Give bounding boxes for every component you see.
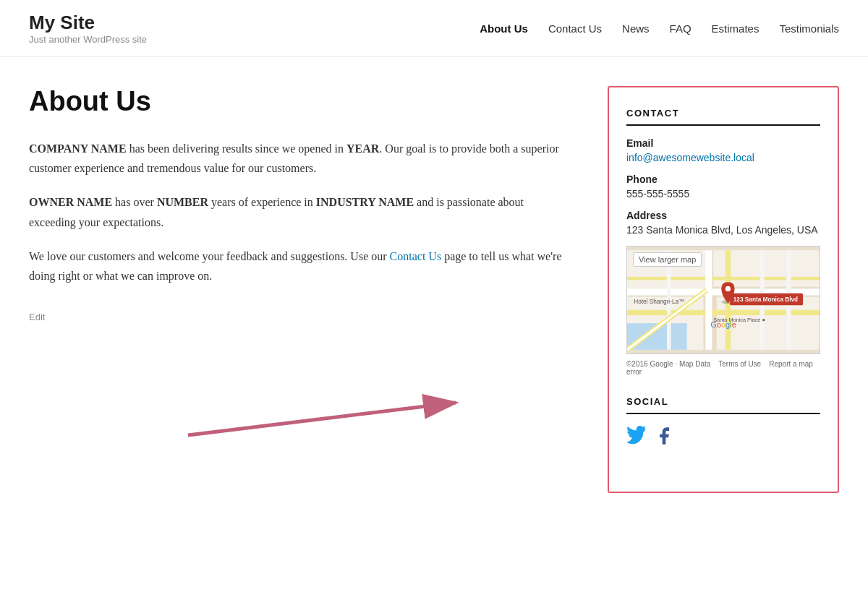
- edit-link[interactable]: Edit: [29, 312, 45, 322]
- content-area: About Us COMPANY NAME has been deliverin…: [29, 86, 579, 493]
- address-value: 123 Santa Monica Blvd, Los Angeles, USA: [626, 224, 820, 236]
- nav-item-news[interactable]: News: [622, 22, 650, 35]
- arrow-container: [174, 392, 477, 450]
- contact-us-link[interactable]: Contact Us: [390, 250, 442, 262]
- sidebar: CONTACT Email info@awesomewebsite.local …: [608, 86, 839, 493]
- twitter-icon[interactable]: [626, 426, 647, 451]
- svg-rect-11: [705, 250, 712, 350]
- social-icons: [626, 426, 820, 451]
- nav-item-contact-us[interactable]: Contact Us: [548, 22, 602, 35]
- sidebar-social-section: SOCIAL: [626, 396, 820, 451]
- view-larger-map-button[interactable]: View larger map: [633, 252, 702, 267]
- svg-text:Hotel Shangri-La™: Hotel Shangri-La™: [634, 299, 684, 305]
- facebook-icon[interactable]: [654, 426, 674, 451]
- map-footer: ©2016 Google · Map Data Terms of Use Rep…: [626, 360, 820, 376]
- site-branding: My Site Just another WordPress site: [29, 12, 147, 45]
- site-header: My Site Just another WordPress site Abou…: [0, 0, 868, 57]
- site-title: My Site: [29, 12, 147, 34]
- content-para-3: We love our customers and welcome your f…: [29, 247, 564, 286]
- site-nav: About Us Contact Us News FAQ Estimates T…: [480, 22, 839, 35]
- nav-item-faq[interactable]: FAQ: [670, 22, 692, 35]
- svg-text:123 Santa Monica Blvd: 123 Santa Monica Blvd: [733, 296, 798, 303]
- svg-line-1: [188, 403, 456, 435]
- content-para-2: OWNER NAME has over NUMBER years of expe…: [29, 192, 564, 231]
- nav-item-estimates[interactable]: Estimates: [712, 22, 760, 35]
- email-link[interactable]: info@awesomewebsite.local: [626, 152, 754, 163]
- svg-point-20: [726, 286, 731, 291]
- email-value: info@awesomewebsite.local: [626, 152, 820, 163]
- google-logo: Google: [710, 320, 736, 329]
- social-section-title: SOCIAL: [626, 396, 820, 414]
- site-tagline: Just another WordPress site: [29, 34, 147, 45]
- page-title: About Us: [29, 86, 564, 117]
- sidebar-contact-section: CONTACT Email info@awesomewebsite.local …: [626, 108, 820, 376]
- nav-item-testimonials[interactable]: Testimonials: [779, 22, 839, 35]
- address-label: Address: [626, 210, 820, 221]
- content-para-1: COMPANY NAME has been delivering results…: [29, 139, 564, 178]
- nav-item-about-us[interactable]: About Us: [480, 22, 528, 35]
- contact-section-title: CONTACT: [626, 108, 820, 126]
- main-wrapper: About Us COMPANY NAME has been deliverin…: [0, 57, 868, 522]
- arrow-icon: [174, 392, 477, 450]
- phone-label: Phone: [626, 173, 820, 185]
- map-container[interactable]: Hotel Shangri-La™ 123 Santa Monica Blvd …: [626, 246, 820, 354]
- phone-value: 555-555-5555: [626, 188, 820, 200]
- email-label: Email: [626, 137, 820, 149]
